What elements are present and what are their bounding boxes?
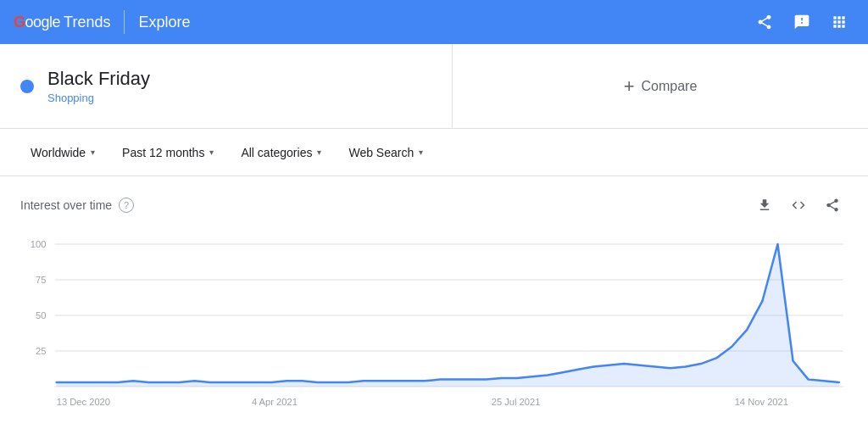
share-chart-button[interactable]	[817, 190, 848, 220]
search-left: Black Friday Shopping	[0, 44, 453, 128]
header: Google Trends Explore	[0, 0, 868, 44]
search-term: Black Friday	[47, 68, 150, 90]
svg-text:25 Jul 2021: 25 Jul 2021	[492, 397, 541, 407]
compare-button[interactable]: + Compare	[610, 67, 711, 106]
share-icon	[756, 14, 773, 31]
search-type-filter[interactable]: Web Search ▾	[338, 139, 433, 166]
embed-chart-button[interactable]	[783, 190, 814, 220]
chart-title-row: Interest over time ?	[20, 198, 134, 213]
trends-text: Trends	[64, 14, 110, 31]
header-divider	[124, 10, 125, 34]
header-right	[749, 7, 854, 37]
region-chevron-icon: ▾	[91, 148, 95, 157]
chart-header: Interest over time ?	[20, 190, 848, 220]
download-icon	[757, 198, 772, 213]
trend-chart: 100 75 50 25 13 Dec 2020 4 Apr 2021 25 J…	[20, 227, 848, 414]
category-label: All categories	[241, 146, 312, 159]
search-type-chevron-icon: ▾	[419, 148, 423, 157]
feedback-icon	[793, 14, 810, 31]
category-filter[interactable]: All categories ▾	[231, 139, 331, 166]
svg-text:4 Apr 2021: 4 Apr 2021	[252, 397, 298, 407]
compare-label: Compare	[642, 79, 698, 94]
svg-text:14 Nov 2021: 14 Nov 2021	[735, 397, 788, 407]
chart-container: 100 75 50 25 13 Dec 2020 4 Apr 2021 25 J…	[20, 227, 848, 414]
search-right: + Compare	[453, 44, 868, 128]
share-button[interactable]	[749, 7, 780, 37]
search-type-label: Web Search	[348, 146, 414, 159]
compare-plus-icon: +	[624, 75, 635, 97]
svg-text:25: 25	[36, 346, 46, 356]
download-chart-button[interactable]	[749, 190, 780, 220]
google-logo: Google Trends	[14, 14, 110, 31]
google-text: Google	[14, 14, 60, 31]
apps-icon	[831, 14, 848, 31]
feedback-button[interactable]	[787, 7, 817, 37]
time-label: Past 12 months	[122, 146, 204, 159]
time-filter[interactable]: Past 12 months ▾	[112, 139, 224, 166]
svg-text:100: 100	[31, 239, 47, 249]
search-section: Black Friday Shopping + Compare	[0, 44, 868, 129]
search-dot	[20, 80, 34, 93]
header-left: Google Trends Explore	[14, 10, 190, 34]
chart-section: Interest over time ?	[0, 176, 868, 427]
search-term-container: Black Friday Shopping	[47, 68, 150, 104]
help-icon[interactable]: ?	[119, 198, 134, 213]
chart-title: Interest over time	[20, 198, 112, 212]
svg-text:13 Dec 2020: 13 Dec 2020	[57, 397, 110, 407]
apps-button[interactable]	[824, 7, 854, 37]
share-chart-icon	[825, 198, 840, 213]
explore-label: Explore	[138, 14, 190, 31]
svg-text:75: 75	[36, 275, 46, 285]
category-chevron-icon: ▾	[317, 148, 321, 157]
svg-text:50: 50	[36, 310, 46, 320]
chart-actions	[749, 190, 848, 220]
region-label: Worldwide	[31, 146, 86, 159]
embed-icon	[791, 198, 806, 213]
time-chevron-icon: ▾	[209, 148, 214, 157]
search-category: Shopping	[47, 92, 150, 104]
filter-bar: Worldwide ▾ Past 12 months ▾ All categor…	[0, 129, 868, 176]
region-filter[interactable]: Worldwide ▾	[20, 139, 105, 166]
